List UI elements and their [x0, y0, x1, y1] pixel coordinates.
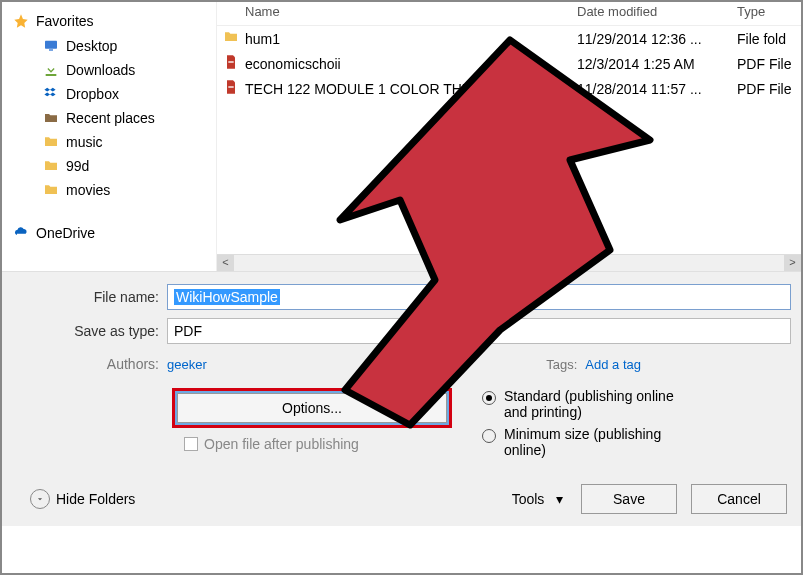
navigation-sidebar: Favorites Desktop Downloads Dropbox Rece…	[2, 2, 217, 271]
pdf-icon	[217, 54, 245, 73]
radio-standard-label: Standard (publishing online and printing…	[504, 388, 684, 420]
sidebar-item-downloads[interactable]: Downloads	[8, 58, 216, 82]
sidebar-section-onedrive[interactable]: OneDrive	[8, 220, 216, 246]
sidebar-item-99d[interactable]: 99d	[8, 154, 216, 178]
downloads-icon	[42, 61, 60, 79]
file-name: TECH 122 MODULE 1 COLOR THEORIES(2)	[245, 81, 577, 97]
sidebar-section-favorites[interactable]: Favorites	[8, 8, 216, 34]
recent-icon	[42, 109, 60, 127]
file-type: PDF File	[737, 56, 801, 72]
tags-label: Tags:	[546, 357, 577, 372]
scroll-right-arrow[interactable]: >	[784, 255, 801, 271]
file-date: 12/3/2014 1:25 AM	[577, 56, 737, 72]
column-name[interactable]: Name	[217, 4, 577, 19]
radio-icon	[482, 391, 496, 405]
scroll-left-arrow[interactable]: <	[217, 255, 234, 271]
radio-minimum[interactable]: Minimum size (publishing online)	[482, 426, 791, 458]
dropbox-icon	[42, 85, 60, 103]
filename-input[interactable]: WikiHowSample	[167, 284, 791, 310]
svg-rect-2	[46, 74, 57, 76]
favorites-label: Favorites	[36, 13, 94, 29]
sidebar-item-label: Recent places	[66, 110, 155, 126]
svg-rect-4	[228, 86, 233, 87]
column-headers: Name Date modified Type	[217, 2, 801, 26]
file-date: 11/28/2014 11:57 ...	[577, 81, 737, 97]
filename-label: File name:	[12, 289, 167, 305]
hide-folders-label: Hide Folders	[56, 491, 135, 507]
star-icon	[12, 12, 30, 30]
radio-standard[interactable]: Standard (publishing online and printing…	[482, 388, 791, 420]
open-after-label: Open file after publishing	[204, 436, 359, 452]
save-form: File name: WikiHowSample Save as type: P…	[2, 272, 801, 526]
column-type[interactable]: Type	[737, 4, 801, 19]
svg-rect-3	[228, 61, 233, 62]
folder-icon	[42, 181, 60, 199]
file-type: PDF File	[737, 81, 801, 97]
file-type: File fold	[737, 31, 801, 47]
chevron-down-icon	[30, 489, 50, 509]
sidebar-item-music[interactable]: music	[8, 130, 216, 154]
svg-rect-0	[45, 41, 57, 49]
folder-icon	[42, 133, 60, 151]
sidebar-item-label: 99d	[66, 158, 89, 174]
file-date: 11/29/2014 12:36 ...	[577, 31, 737, 47]
svg-rect-1	[49, 49, 53, 50]
radio-minimum-label: Minimum size (publishing online)	[504, 426, 684, 458]
filename-value: WikiHowSample	[174, 289, 280, 305]
cancel-button[interactable]: Cancel	[691, 484, 787, 514]
sidebar-item-label: movies	[66, 182, 110, 198]
file-row[interactable]: hum1 11/29/2014 12:36 ... File fold	[217, 26, 801, 51]
sidebar-item-label: Dropbox	[66, 86, 119, 102]
authors-value[interactable]: geeker	[167, 357, 207, 372]
sidebar-item-label: music	[66, 134, 103, 150]
saveastype-label: Save as type:	[12, 323, 167, 339]
tags-value[interactable]: Add a tag	[585, 357, 641, 372]
tools-menu[interactable]: Tools ▾	[512, 491, 567, 507]
folder-icon	[217, 29, 245, 48]
sidebar-item-dropbox[interactable]: Dropbox	[8, 82, 216, 106]
sidebar-item-recent[interactable]: Recent places	[8, 106, 216, 130]
open-after-checkbox[interactable]	[184, 437, 198, 451]
sidebar-item-label: Downloads	[66, 62, 135, 78]
file-row[interactable]: TECH 122 MODULE 1 COLOR THEORIES(2) 11/2…	[217, 76, 801, 101]
options-button-highlight: Options...	[172, 388, 452, 428]
options-button[interactable]: Options...	[177, 393, 447, 423]
file-list: Name Date modified Type hum1 11/29/2014 …	[217, 2, 801, 271]
sidebar-item-label: Desktop	[66, 38, 117, 54]
saveastype-value: PDF	[174, 323, 202, 339]
file-name: hum1	[245, 31, 577, 47]
file-row[interactable]: economicschoii 12/3/2014 1:25 AM PDF Fil…	[217, 51, 801, 76]
save-button[interactable]: Save	[581, 484, 677, 514]
authors-label: Authors:	[12, 356, 167, 372]
column-date[interactable]: Date modified	[577, 4, 737, 19]
pdf-icon	[217, 79, 245, 98]
saveastype-combo[interactable]: PDF	[167, 318, 791, 344]
horizontal-scrollbar[interactable]: < >	[217, 254, 801, 271]
sidebar-item-movies[interactable]: movies	[8, 178, 216, 202]
radio-icon	[482, 429, 496, 443]
folder-icon	[42, 157, 60, 175]
onedrive-icon	[12, 224, 30, 242]
file-name: economicschoii	[245, 56, 577, 72]
sidebar-item-desktop[interactable]: Desktop	[8, 34, 216, 58]
onedrive-label: OneDrive	[36, 225, 95, 241]
hide-folders-button[interactable]: Hide Folders	[16, 489, 135, 509]
desktop-icon	[42, 37, 60, 55]
tools-label: Tools	[512, 491, 545, 507]
